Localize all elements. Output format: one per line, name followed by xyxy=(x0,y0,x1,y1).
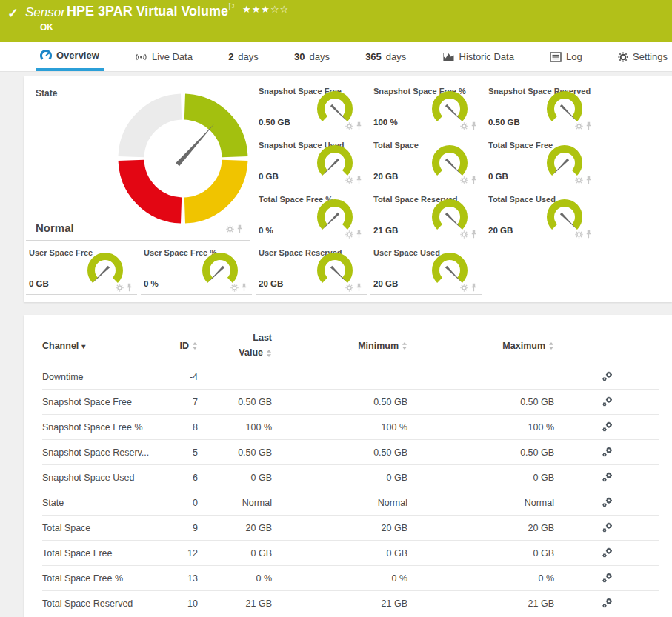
table-row: Total Space 9 20 GB 20 GB 20 GB xyxy=(42,516,659,541)
gear-icon[interactable] xyxy=(345,284,353,292)
gauge-icon xyxy=(40,50,52,61)
table-row: State 0 Normal Normal Normal xyxy=(42,490,659,516)
gear-icon[interactable] xyxy=(460,176,468,184)
channel-settings-gears-icon[interactable] xyxy=(554,421,659,433)
gear-icon[interactable] xyxy=(345,122,353,130)
gauge-panel-snapshot-space-free-pct: Snapshot Space Free % 100 % xyxy=(370,83,482,133)
gear-icon[interactable] xyxy=(116,284,124,292)
channel-settings-gears-icon[interactable] xyxy=(554,522,659,533)
col-header-id[interactable]: ID xyxy=(168,341,198,351)
gear-icon[interactable] xyxy=(460,122,468,130)
gauge-value: 21 GB xyxy=(373,226,398,235)
pin-icon[interactable] xyxy=(470,230,477,239)
channel-table: Channel ▾ ID Last Value Minimum Maximum xyxy=(42,328,659,616)
sensor-header: ✓ Sensor HPE 3PAR Virtual Volume ⚐ ★★★☆☆… xyxy=(0,0,672,42)
gauge-panel-user-space-free: User Space Free 0 GB xyxy=(26,244,137,295)
channel-name: Downtime xyxy=(42,372,168,382)
channel-name: Snapshot Space Used xyxy=(42,473,168,483)
pin-icon[interactable] xyxy=(356,176,362,184)
col-header-maximum[interactable]: Maximum xyxy=(407,341,554,351)
channel-settings-gears-icon[interactable] xyxy=(554,472,659,483)
gear-icon[interactable] xyxy=(226,225,234,233)
gauge-value: 0 GB xyxy=(259,172,279,181)
channel-name: State xyxy=(42,498,168,508)
pin-icon[interactable] xyxy=(356,283,362,292)
tab-bar: Overview Live Data 2days 30days 365days … xyxy=(0,42,672,72)
gear-icon[interactable] xyxy=(460,284,468,292)
channel-table-panel: Channel ▾ ID Last Value Minimum Maximum xyxy=(24,315,672,617)
gauge-needle xyxy=(176,122,216,166)
state-gauge-dial xyxy=(118,93,248,224)
channel-settings-gears-icon[interactable] xyxy=(554,598,659,609)
tab-overview[interactable]: Overview xyxy=(36,42,104,71)
gear-icon[interactable] xyxy=(575,230,583,239)
overview-panel: State Normal Snapshot Space Free 0.50 GB xyxy=(24,76,672,302)
channel-settings-gears-icon[interactable] xyxy=(554,447,659,458)
gauge-panel-total-space-free: Total Space Free 0 GB xyxy=(485,137,596,187)
tab-settings[interactable]: Settings xyxy=(613,42,672,71)
gauge-panel-total-space-used: Total Space Used 20 GB xyxy=(485,191,596,241)
table-row: Total Space Free 12 0 GB 0 GB 0 GB xyxy=(42,541,659,566)
col-header-last-value[interactable]: Last Value xyxy=(198,333,272,358)
sort-icon xyxy=(192,341,198,350)
pin-icon[interactable] xyxy=(585,230,592,239)
gauge-value: 0 GB xyxy=(29,279,49,288)
channel-settings-gears-icon[interactable] xyxy=(554,497,659,508)
tab-historic-data[interactable]: Historic Data xyxy=(438,42,519,71)
tab-30-days[interactable]: 30days xyxy=(290,42,334,71)
gauge-panel-snapshot-space-free: Snapshot Space Free 0.50 GB xyxy=(256,83,367,133)
tab-2-days[interactable]: 2days xyxy=(224,42,263,71)
pin-icon[interactable] xyxy=(585,121,592,130)
pin-icon[interactable] xyxy=(126,283,133,292)
gear-icon[interactable] xyxy=(230,284,239,292)
gauge-title: User Space Free xyxy=(29,248,93,257)
pin-icon[interactable] xyxy=(356,230,362,239)
table-row: Snapshot Space Used 6 0 GB 0 GB 0 GB xyxy=(42,465,659,490)
gear-icon[interactable] xyxy=(345,176,353,184)
channel-name: Snapshot Space Free % xyxy=(42,422,168,433)
gear-icon[interactable] xyxy=(575,122,583,130)
channel-settings-gears-icon[interactable] xyxy=(554,573,659,584)
pin-icon[interactable] xyxy=(470,121,477,130)
gauge-title: Total Space Free xyxy=(488,141,553,150)
tab-live-data[interactable]: Live Data xyxy=(130,42,197,71)
channel-settings-gears-icon[interactable] xyxy=(554,547,659,558)
table-row: Total Space Free % 13 0 % 0 % 0 % xyxy=(42,566,659,591)
gauge-panel-user-space-free-pct: User Space Free % 0 % xyxy=(141,244,252,295)
col-header-minimum[interactable]: Minimum xyxy=(272,341,407,351)
sort-icon xyxy=(548,341,554,350)
sensor-status-badge: OK xyxy=(40,22,53,33)
gear-icon[interactable] xyxy=(345,230,353,239)
gauge-value: 100 % xyxy=(373,118,398,127)
col-header-channel[interactable]: Channel ▾ xyxy=(42,341,168,351)
sensor-title: HPE 3PAR Virtual Volume xyxy=(67,4,228,19)
gauge-panel-total-space-reserved: Total Space Reserved 21 GB xyxy=(370,191,482,241)
channel-settings-gears-icon[interactable] xyxy=(554,396,659,407)
tab-365-days[interactable]: 365days xyxy=(361,42,410,71)
table-row: Snapshot Space Free 7 0.50 GB 0.50 GB 0.… xyxy=(42,390,659,415)
channel-settings-gears-icon[interactable] xyxy=(554,371,659,382)
channel-name: Snapshot Space Free xyxy=(42,397,168,407)
pin-icon[interactable] xyxy=(241,283,247,292)
priority-stars[interactable]: ★★★☆☆ xyxy=(242,4,289,15)
table-header-row: Channel ▾ ID Last Value Minimum Maximum xyxy=(42,328,659,364)
settings-gear-icon xyxy=(618,52,628,62)
gear-icon[interactable] xyxy=(575,176,583,184)
pin-icon[interactable] xyxy=(236,224,243,233)
gear-icon[interactable] xyxy=(460,230,468,239)
gauge-panel-snapshot-space-used: Snapshot Space Used 0 GB xyxy=(256,137,367,187)
pin-icon[interactable] xyxy=(356,121,362,130)
gauge-value: 20 GB xyxy=(373,279,398,288)
channel-name: Total Space Reserved xyxy=(42,598,168,609)
pin-icon[interactable] xyxy=(470,283,477,292)
gauge-value: 0.50 GB xyxy=(488,118,520,127)
gauge-value: Normal xyxy=(36,221,74,234)
live-data-icon xyxy=(135,51,147,63)
gauge-value: 20 GB xyxy=(259,279,283,288)
tab-log[interactable]: Log xyxy=(545,42,587,71)
historic-data-icon xyxy=(442,51,455,62)
pin-icon[interactable] xyxy=(470,176,477,184)
flag-icon[interactable]: ⚐ xyxy=(227,1,236,12)
pin-icon[interactable] xyxy=(585,176,592,184)
log-icon xyxy=(550,52,562,62)
